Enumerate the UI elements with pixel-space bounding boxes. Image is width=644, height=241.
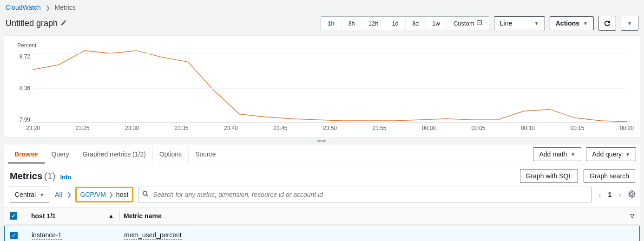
region-select[interactable]: Central ▼	[10, 187, 49, 202]
actions-button[interactable]: Actions ▼	[550, 16, 594, 30]
time-range-12h[interactable]: 12h	[362, 17, 386, 30]
chevron-right-icon: ❯	[46, 5, 50, 11]
graph-with-sql-button[interactable]: Graph with SQL	[520, 169, 578, 183]
pencil-icon[interactable]	[60, 19, 67, 28]
time-range-1h[interactable]: 1h	[321, 17, 342, 30]
metrics-tabs: BrowseQueryGraphed metrics (1/2)OptionsS…	[4, 144, 640, 164]
namespace-highlight: GCP/VM ❯ host	[75, 187, 134, 202]
caret-down-icon: ▼	[627, 21, 632, 26]
tab-browse[interactable]: Browse	[8, 146, 45, 163]
add-math-label: Add math	[539, 150, 567, 158]
search-icon	[142, 190, 149, 199]
metrics-table: ✓ host 1/1 ▲ Metric name ▽ ✓instance-1me…	[4, 207, 640, 241]
svg-line-5	[147, 195, 149, 196]
column-header-metric[interactable]: Metric name	[124, 212, 630, 220]
caret-down-icon: ▼	[571, 152, 575, 157]
select-all-checkbox[interactable]: ✓	[10, 212, 17, 220]
graph-search-button[interactable]: Graph search	[584, 169, 635, 183]
region-label: Central	[15, 191, 36, 198]
namespace-breadcrumb: All ❯ GCP/VM ❯ host	[54, 187, 133, 202]
metric-cell[interactable]: mem_used_percent	[124, 231, 182, 240]
time-range-3d[interactable]: 3d	[406, 17, 426, 30]
plot-region[interactable]	[33, 53, 627, 123]
graph-title-text: Untitled graph	[6, 19, 58, 28]
check-icon: ✓	[11, 213, 16, 219]
chart-type-select[interactable]: Line ▼	[494, 16, 545, 30]
refresh-options-button[interactable]: ▼	[621, 16, 638, 31]
namespace-item[interactable]: host	[115, 189, 129, 200]
metric-search[interactable]	[138, 187, 592, 202]
breadcrumb-root[interactable]: CloudWatch	[6, 4, 41, 11]
breadcrumb: CloudWatch ❯ Metrics	[4, 0, 640, 13]
page-title[interactable]: Untitled graph	[6, 19, 67, 28]
row-checkbox[interactable]: ✓	[10, 232, 18, 239]
caret-down-icon: ▼	[583, 21, 588, 26]
panel-resizer[interactable]: ══	[4, 137, 640, 144]
namespace-all[interactable]: All	[54, 189, 63, 200]
refresh-icon	[604, 20, 611, 27]
x-axis-ticks: 23:2023:2523:3023:3523:4023:4523:5023:55…	[33, 125, 627, 133]
host-cell[interactable]: instance-1	[32, 231, 62, 240]
page-prev[interactable]: ‹	[597, 189, 604, 201]
metric-search-input[interactable]	[153, 191, 588, 198]
page-number: 1	[608, 191, 612, 198]
gear-icon	[628, 190, 635, 198]
calendar-icon	[476, 20, 482, 27]
namespace-item[interactable]: GCP/VM	[79, 189, 107, 200]
y-axis-ticks: 8.728.367.99	[13, 53, 30, 123]
table-row[interactable]: ✓instance-1mem_used_percent	[4, 226, 640, 241]
sort-asc-icon: ▲	[108, 213, 114, 219]
caret-down-icon: ▼	[39, 192, 44, 197]
tab-graphed-metrics-1-2-[interactable]: Graphed metrics (1/2)	[76, 146, 153, 163]
metrics-count: (1)	[44, 171, 55, 182]
page-next[interactable]: ›	[616, 189, 623, 201]
time-range-3h[interactable]: 3h	[342, 17, 361, 30]
chevron-right-icon: ❯	[107, 191, 115, 198]
column-options[interactable]: ▽	[630, 213, 634, 219]
refresh-button[interactable]	[598, 16, 616, 31]
tab-options[interactable]: Options	[153, 146, 189, 163]
pagination: ‹ 1 ›	[597, 189, 623, 201]
info-link[interactable]: Info	[60, 174, 71, 181]
settings-button[interactable]	[628, 190, 635, 199]
svg-rect-0	[477, 20, 481, 25]
add-query-label: Add query	[592, 150, 622, 158]
check-icon: ✓	[12, 233, 16, 238]
svg-point-4	[143, 191, 147, 195]
tab-query[interactable]: Query	[45, 146, 76, 163]
metrics-title: Metrics (1) Info	[10, 171, 71, 182]
y-axis-label: Percent	[17, 42, 36, 49]
add-query-button[interactable]: Add query ▼	[586, 147, 636, 161]
caret-down-icon: ▼	[625, 152, 630, 157]
breadcrumb-current: Metrics	[55, 4, 76, 11]
chart-type-label: Line	[500, 20, 512, 27]
time-range-custom[interactable]: Custom	[447, 17, 489, 30]
chart-panel: Percent 8.728.367.99 23:2023:2523:3023:3…	[4, 35, 640, 137]
add-math-button[interactable]: Add math ▼	[533, 147, 581, 161]
time-range-1w[interactable]: 1w	[426, 17, 447, 30]
caret-down-icon: ▼	[534, 21, 539, 26]
actions-label: Actions	[556, 20, 579, 27]
column-header-host[interactable]: host 1/1 ▲	[31, 212, 119, 220]
time-range-selector: 1h3h12h1d3d1wCustom	[321, 16, 489, 30]
time-range-1d[interactable]: 1d	[385, 17, 405, 30]
chevron-right-icon: ❯	[65, 191, 73, 198]
tab-source[interactable]: Source	[189, 146, 222, 163]
